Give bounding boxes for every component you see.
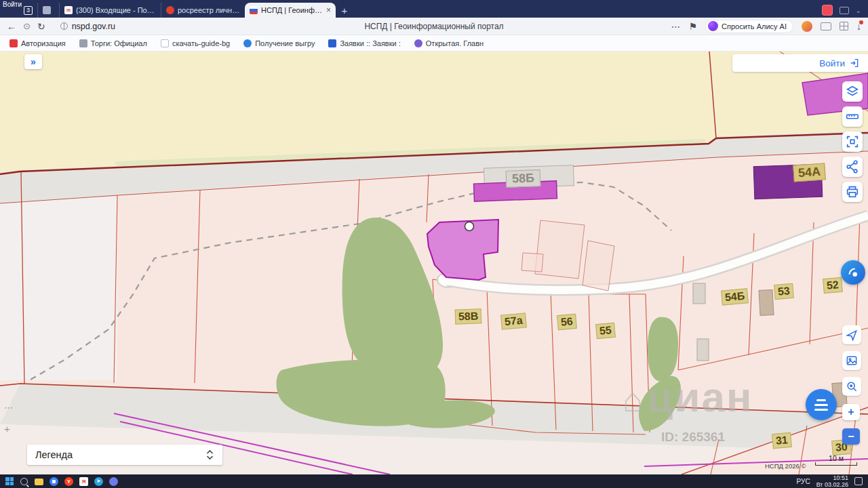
parcel-label: 58Б	[506, 169, 541, 187]
refresh-icon[interactable]: ↻	[37, 22, 45, 31]
expand-panel-button[interactable]: »	[24, 54, 42, 69]
bookmark-label: Получение выгру	[255, 39, 315, 47]
search-area-button[interactable]	[842, 377, 861, 396]
image-icon	[845, 354, 859, 367]
map-canvas[interactable]	[0, 52, 868, 474]
language-indicator[interactable]: РУС	[797, 478, 810, 485]
browser-icon[interactable]	[50, 477, 58, 486]
map-toolbar	[842, 81, 863, 202]
left-edge-add[interactable]: +	[4, 423, 10, 434]
tab-rosreestr[interactable]: росреестр личный кабин	[161, 3, 245, 18]
site-globe-icon	[60, 22, 68, 30]
file-explorer-icon[interactable]	[35, 479, 43, 485]
bookmark-favicon	[161, 39, 169, 47]
clock[interactable]: 10:51 Вт 03.02.26	[816, 474, 848, 488]
legend-dropdown[interactable]: Легенда	[27, 445, 222, 465]
bookmark-item[interactable]: Открытая. Главн	[414, 39, 484, 47]
tab-strip: 3 ✉ (300) Входящие - Почта M росреестр л…	[19, 3, 353, 18]
print-button[interactable]	[842, 182, 863, 202]
layers-icon	[845, 84, 860, 99]
bookmark-item[interactable]: Получение выгру	[243, 39, 315, 47]
alice-button[interactable]: Спросить Алису AI	[705, 20, 793, 33]
profile-avatar[interactable]	[802, 21, 812, 32]
bookmark-item[interactable]: скачать-guide-bg	[161, 39, 230, 47]
pinned-tab-favicon	[43, 6, 51, 14]
login-exit-icon	[849, 58, 860, 68]
print-icon	[845, 184, 860, 199]
mail-favicon: ✉	[64, 6, 73, 14]
chevron-down-icon[interactable]: ⌄	[856, 7, 861, 14]
alice-label: Спросить Алису AI	[722, 22, 787, 30]
tab-pinned-icon[interactable]	[37, 3, 59, 18]
bookmark-favicon	[9, 39, 18, 47]
bookmark-favicon	[243, 39, 252, 47]
layers-button[interactable]	[842, 81, 863, 102]
extent-button[interactable]	[842, 131, 863, 152]
left-edge-handle[interactable]: ⋯	[4, 403, 13, 413]
ruler-icon	[845, 109, 860, 124]
close-tab-icon[interactable]: ×	[322, 6, 331, 14]
extension-icon[interactable]	[822, 5, 833, 16]
map-copyright: НСПД 2026 ©	[765, 462, 806, 470]
bookmark-item[interactable]: Заявки :: Заявки :	[328, 39, 400, 47]
parcel-label: 31	[772, 432, 792, 449]
new-tab-button[interactable]: +	[336, 3, 353, 18]
parcel-label: 58В	[455, 308, 482, 325]
bookmark-favicon	[414, 39, 422, 47]
nspd-favicon	[250, 6, 258, 14]
share-button[interactable]	[842, 157, 863, 177]
collections-icon[interactable]	[840, 22, 848, 30]
download-badge	[859, 20, 863, 24]
more-icon[interactable]: ⋯	[671, 22, 680, 31]
notification-icon[interactable]	[854, 477, 863, 485]
tab-mail[interactable]: ✉ (300) Входящие - Почта M	[59, 3, 161, 18]
chevron-up-down-icon	[205, 449, 214, 460]
wallet-icon[interactable]	[821, 22, 831, 30]
bookmark-flag-icon[interactable]: ⚑	[688, 22, 697, 31]
map-region[interactable]: 58Б 54А 58В 57а 56 55 54Б 53 52 31 30 ⌂ц…	[0, 52, 868, 474]
yandex-app-icon[interactable]: Я	[79, 477, 88, 486]
url-text: nspd.gov.ru	[72, 22, 115, 31]
bookmark-item[interactable]: Авторизация	[9, 39, 66, 47]
bookmark-label: скачать-guide-bg	[172, 39, 230, 47]
download-icon[interactable]: ↓	[856, 22, 861, 31]
tab-pinned-counter[interactable]: 3	[19, 3, 37, 18]
basemap-button[interactable]	[842, 351, 861, 370]
clock-date: Вт 03.02.26	[816, 481, 848, 488]
back-icon[interactable]: ←	[7, 22, 16, 31]
bookmark-favicon	[79, 39, 87, 47]
locate-button[interactable]	[842, 325, 861, 344]
bookmark-item[interactable]: Торги: Официал	[79, 39, 147, 47]
bookmark-label: Авторизация	[21, 39, 66, 47]
zoom-out-button[interactable]: −	[842, 428, 860, 445]
browser-signin-corner[interactable]: Войти	[3, 1, 22, 8]
protect-icon[interactable]: ⊙	[23, 21, 31, 31]
tab-mail-label: (300) Входящие - Почта M	[76, 6, 156, 14]
map-login-button[interactable]: Войти	[732, 54, 868, 72]
telegram-icon[interactable]: ➤	[94, 477, 103, 486]
yandex-browser-icon[interactable]: Y	[64, 477, 73, 486]
tab-nspd-active[interactable]: НСПД | Геоинформац ×	[245, 3, 336, 18]
measure-button[interactable]	[842, 106, 863, 127]
map-widget-button[interactable]	[841, 260, 865, 285]
url-box[interactable]: nspd.gov.ru	[60, 22, 115, 31]
side-panel-icon[interactable]	[840, 7, 849, 14]
extent-icon	[845, 134, 860, 149]
share-icon	[845, 159, 860, 174]
parcel-label: 52	[823, 277, 843, 294]
scale-line	[815, 462, 857, 466]
locate-arrow-icon	[845, 328, 859, 342]
app-icon[interactable]	[109, 477, 118, 486]
bookmark-label: Открытая. Главн	[426, 39, 484, 47]
object-list-button[interactable]	[806, 389, 837, 420]
parcel-label: 57а	[500, 312, 527, 330]
list-icon	[816, 399, 826, 401]
parcel-label: 54А	[793, 163, 826, 182]
selected-parcel-marker[interactable]	[465, 222, 474, 231]
taskbar-search-icon[interactable]	[20, 477, 28, 486]
scale-bar: 10 м	[815, 454, 857, 466]
tab-counter-badge: 3	[24, 6, 33, 15]
zoom-in-button[interactable]: +	[842, 404, 860, 420]
start-button[interactable]	[5, 477, 14, 485]
bookmark-favicon	[328, 39, 336, 47]
